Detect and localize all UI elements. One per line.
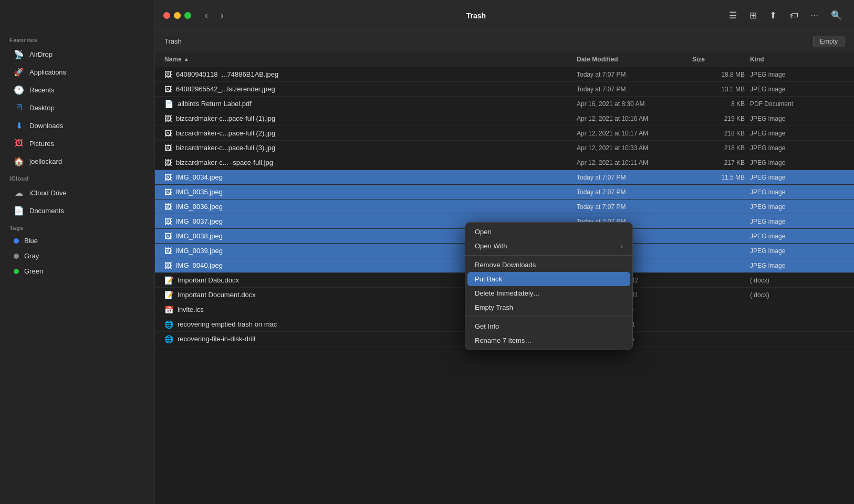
table-row[interactable]: 🖼 bizcardmaker-c...--space-full.jpg Apr … — [155, 155, 854, 170]
maximize-button[interactable] — [184, 12, 191, 19]
tags-button[interactable]: 🏷 — [786, 8, 802, 23]
icloud-label: iCloud — [0, 170, 154, 184]
file-size: 8 KB — [692, 100, 750, 108]
file-name-text: recovering-file-in-disk-drill — [178, 335, 255, 343]
table-row[interactable]: 🖼 bizcardmaker-c...pace-full (3).jpg Apr… — [155, 141, 854, 155]
context-menu-separator — [465, 255, 632, 256]
context-menu-item-delete-immediately[interactable]: Delete Immediately… — [465, 286, 632, 300]
sidebar-item-icloud-drive[interactable]: ☁ iCloud Drive — [4, 184, 150, 201]
file-name-text: bizcardmaker-c...pace-full (2).jpg — [176, 129, 275, 137]
file-type-icon: 📅 — [164, 306, 173, 314]
file-kind: JPEG image — [750, 159, 845, 166]
col-size[interactable]: Size — [692, 56, 750, 63]
file-type-icon: 🖼 — [164, 217, 172, 226]
ctx-item-label: Delete Immediately… — [475, 289, 540, 297]
file-list[interactable]: 🖼 64080940118_...74886B1AB.jpeg Today at… — [155, 67, 854, 504]
list-view-button[interactable]: ☰ — [725, 8, 741, 23]
file-name-text: allbirds Return Label.pdf — [178, 100, 252, 108]
file-type-icon: 📄 — [164, 100, 173, 108]
sidebar-item-label: Pictures — [29, 140, 54, 148]
file-kind: JPEG image — [750, 86, 845, 93]
file-kind: (.docx) — [750, 277, 845, 284]
context-menu: OpenOpen With›Remove DownloadsPut BackDe… — [465, 222, 633, 350]
context-menu-item-open-with[interactable]: Open With› — [465, 239, 632, 253]
minimize-button[interactable] — [174, 12, 181, 19]
col-kind[interactable]: Kind — [750, 56, 845, 63]
file-size: 217 KB — [692, 159, 750, 166]
file-type-icon: 🖼 — [164, 159, 172, 167]
file-size: 218 KB — [692, 144, 750, 152]
sidebar-item-pictures[interactable]: 🖼 Pictures — [4, 135, 150, 152]
table-row[interactable]: 🖼 IMG_0034.jpeg Today at 7:07 PM 11.5 MB… — [155, 170, 854, 185]
context-menu-item-remove-downloads[interactable]: Remove Downloads — [465, 258, 632, 272]
sidebar-item-tag-gray[interactable]: Gray — [4, 249, 150, 263]
file-type-icon: 🖼 — [164, 247, 172, 255]
table-row[interactable]: 🖼 bizcardmaker-c...pace-full (2).jpg Apr… — [155, 126, 854, 141]
file-type-icon: 🖼 — [164, 261, 172, 270]
ctx-item-label: Empty Trash — [475, 303, 513, 311]
file-name-cell: 🖼 IMG_0036.jpeg — [164, 203, 577, 211]
sidebar-item-applications[interactable]: 🚀 Applications — [4, 64, 150, 80]
file-name-cell: 🖼 IMG_0034.jpeg — [164, 173, 577, 182]
file-name-text: recovering emptied trash on mac — [178, 320, 277, 328]
sidebar-item-tag-blue[interactable]: Blue — [4, 234, 150, 248]
file-date: Today at 7:07 PM — [577, 86, 692, 93]
col-date-modified[interactable]: Date Modified — [577, 56, 692, 63]
ctx-item-label: Open — [475, 228, 492, 236]
traffic-lights — [163, 12, 191, 19]
airdrop-icon: 📡 — [14, 49, 24, 59]
file-date: Apr 12, 2021 at 10:33 AM — [577, 144, 692, 152]
table-row[interactable]: 🖼 64080940118_...74886B1AB.jpeg Today at… — [155, 67, 854, 82]
file-name-cell: 🖼 64082965542_...lsizerender.jpeg — [164, 85, 577, 93]
file-name-text: IMG_0035.jpeg — [176, 188, 223, 196]
sidebar-item-tag-green[interactable]: Green — [4, 264, 150, 278]
col-name[interactable]: Name ▲ — [164, 56, 577, 63]
sidebar: Favorites 📡 AirDrop 🚀 Applications 🕐 Rec… — [0, 0, 155, 504]
empty-trash-button[interactable]: Empty — [813, 36, 845, 47]
table-row[interactable]: 🖼 bizcardmaker-c...pace-full (1).jpg Apr… — [155, 111, 854, 126]
grid-view-button[interactable]: ⊞ — [746, 8, 761, 23]
context-menu-item-put-back[interactable]: Put Back — [467, 272, 630, 286]
file-kind: JPEG image — [750, 130, 845, 137]
more-button[interactable]: ··· — [807, 8, 822, 23]
file-date: Apr 16, 2021 at 8:30 AM — [577, 100, 692, 108]
table-row[interactable]: 🖼 64082965542_...lsizerender.jpeg Today … — [155, 82, 854, 97]
sidebar-item-label: Gray — [24, 252, 39, 260]
sidebar-item-label: Blue — [24, 237, 38, 245]
share-button[interactable]: ⬆ — [766, 8, 780, 23]
table-row[interactable]: 🖼 IMG_0035.jpeg Today at 7:07 PM JPEG im… — [155, 185, 854, 200]
table-row[interactable]: 📄 allbirds Return Label.pdf Apr 16, 2021… — [155, 97, 854, 111]
sidebar-item-desktop[interactable]: 🖥 Desktop — [4, 99, 150, 116]
sidebar-item-downloads[interactable]: ⬇ Downloads — [4, 117, 150, 134]
sidebar-item-label: iCloud Drive — [29, 189, 67, 197]
file-name-text: bizcardmaker-c...pace-full (3).jpg — [176, 144, 275, 152]
file-date: Today at 7:07 PM — [577, 174, 692, 181]
context-menu-item-open[interactable]: Open — [465, 225, 632, 239]
back-button[interactable]: ‹ — [202, 8, 211, 23]
file-date: Today at 7:07 PM — [577, 188, 692, 196]
file-kind: JPEG image — [750, 115, 845, 122]
context-menu-item-get-info[interactable]: Get Info — [465, 319, 632, 333]
table-row[interactable]: 🖼 IMG_0036.jpeg Today at 7:07 PM JPEG im… — [155, 200, 854, 214]
titlebar: ‹ › Trash ☰ ⊞ ⬆ 🏷 ··· 🔍 — [155, 0, 854, 32]
file-type-icon: 📝 — [164, 291, 173, 299]
file-type-icon: 📝 — [164, 276, 173, 285]
file-kind: JPEG image — [750, 144, 845, 152]
sidebar-item-label: Downloads — [29, 122, 63, 130]
sidebar-item-documents[interactable]: 📄 Documents — [4, 202, 150, 219]
file-type-icon: 🖼 — [164, 70, 172, 79]
sidebar-item-airdrop[interactable]: 📡 AirDrop — [4, 46, 150, 62]
submenu-arrow-icon: › — [621, 243, 623, 249]
sidebar-item-label: Green — [24, 267, 43, 275]
context-menu-item-empty-trash[interactable]: Empty Trash — [465, 300, 632, 314]
forward-button[interactable]: › — [217, 8, 227, 23]
sidebar-item-recents[interactable]: 🕐 Recents — [4, 81, 150, 98]
sidebar-item-label: Desktop — [29, 104, 55, 112]
toolbar-right: ☰ ⊞ ⬆ 🏷 ··· 🔍 — [725, 8, 846, 23]
search-button[interactable]: 🔍 — [827, 8, 846, 23]
context-menu-item-rename-7-items[interactable]: Rename 7 Items… — [465, 333, 632, 348]
file-name-cell: 🖼 bizcardmaker-c...pace-full (1).jpg — [164, 114, 577, 123]
close-button[interactable] — [163, 12, 170, 19]
sidebar-item-home[interactable]: 🏠 joellockard — [4, 153, 150, 170]
file-date: Apr 12, 2021 at 10:17 AM — [577, 130, 692, 137]
